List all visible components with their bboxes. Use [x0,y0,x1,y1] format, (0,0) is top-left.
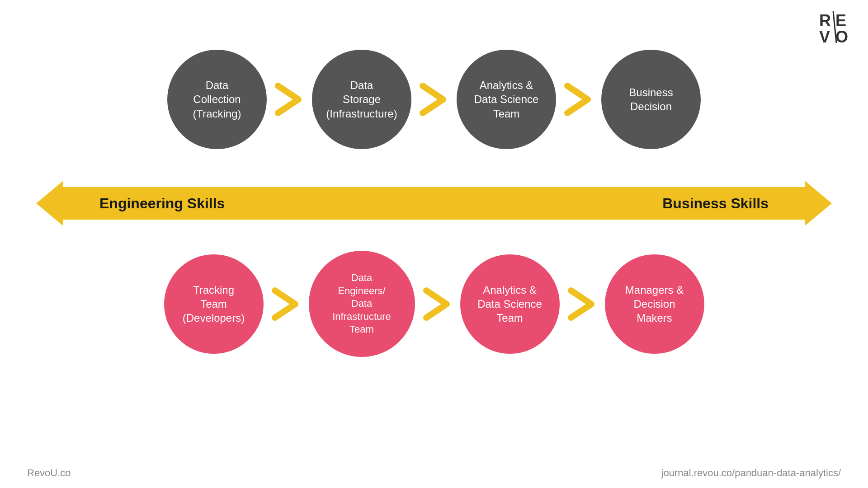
revo-logo: R E V O [818,9,854,45]
svg-text:E: E [835,11,846,30]
circle-analytics-bottom: Analytics & Data Science Team [460,254,560,354]
svg-text:O: O [835,28,848,45]
chevron-bottom-3 [564,286,600,322]
footer-left: RevoU.co [27,467,71,479]
arrowhead-right [805,181,832,226]
chevron-bottom-2 [420,286,456,322]
business-skills-label: Business Skills [662,195,769,212]
circle-data-engineers: Data Engineers/ Data Infrastructure Team [309,251,415,357]
arrow-body: Engineering Skills Business Skills [63,187,805,220]
chevron-bottom-1 [268,286,304,322]
chevron-1 [271,81,307,117]
circle-managers: Managers & Decision Makers [605,254,704,354]
svg-text:V: V [819,28,830,45]
engineering-skills-label: Engineering Skills [99,195,225,212]
circle-data-collection: Data Collection (Tracking) [167,50,267,149]
svg-text:R: R [819,11,831,30]
chevron-2 [416,81,452,117]
circle-tracking-team: Tracking Team (Developers) [164,254,264,354]
chevron-3 [561,81,597,117]
arrow-container: Engineering Skills Business Skills [36,181,832,226]
circle-business-decision: Business Decision [601,50,701,149]
arrow-section: Engineering Skills Business Skills [36,172,832,235]
arrowhead-left [36,181,63,226]
bottom-row: Tracking Team (Developers) Data Engineer… [0,251,868,357]
footer-right: journal.revou.co/panduan-data-analytics/ [661,467,841,479]
circle-data-storage: Data Storage (Infrastructure) [312,50,411,149]
top-row: Data Collection (Tracking) Data Storage … [0,50,868,149]
circle-analytics-top: Analytics & Data Science Team [457,50,556,149]
